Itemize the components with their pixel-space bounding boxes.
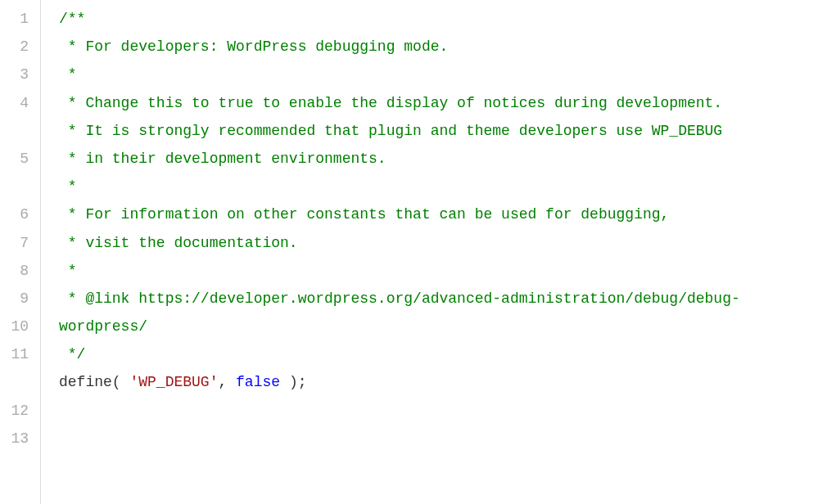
comment-text: * Change this to true to enable the disp… [59, 95, 722, 111]
code-line: * [59, 173, 818, 200]
line-number: 2 [0, 33, 40, 61]
comment-text: * It is strongly recommended that plugin… [59, 123, 722, 139]
line-number: 12 [0, 397, 40, 425]
code-line: */ [59, 340, 818, 368]
comment-text: * [59, 66, 77, 83]
line-number: 9 [0, 285, 40, 313]
line-number: 5 [0, 145, 40, 200]
line-number: 13 [0, 425, 40, 452]
comment-text: * For information on other constants tha… [59, 206, 669, 223]
code-line: * For developers: WordPress debugging mo… [59, 33, 818, 61]
punctuation: , [218, 374, 236, 390]
comment-text: * @link https://developer.wordpress.org/… [59, 290, 740, 335]
line-number: 7 [0, 229, 40, 257]
function-name: define [59, 374, 112, 390]
punctuation: ); [280, 374, 306, 390]
comment-text: * For developers: WordPress debugging mo… [59, 38, 448, 55]
line-number: 3 [0, 61, 40, 88]
keyword: false [236, 374, 280, 390]
code-line: * in their development environments. [59, 145, 818, 173]
comment-text: * in their development environments. [59, 151, 386, 167]
code-line: * [59, 61, 818, 88]
line-number: 11 [0, 340, 40, 396]
code-line: define( 'WP_DEBUG', false ); [59, 368, 818, 396]
line-number: 10 [0, 313, 40, 340]
comment-text: */ [59, 346, 85, 362]
code-line: * For information on other constants tha… [59, 200, 818, 228]
comment-text: /** [59, 11, 85, 27]
string-literal: 'WP_DEBUG' [129, 374, 218, 390]
comment-text: * [59, 178, 77, 195]
line-number: 1 [0, 5, 40, 33]
comment-text: * [59, 263, 77, 279]
code-line: /** [59, 5, 818, 33]
code-line: * It is strongly recommended that plugin… [59, 117, 818, 145]
line-number-gutter: 1 2 3 4 5 6 7 8 9 10 11 12 13 [0, 0, 41, 504]
code-line: * visit the documentation. [59, 229, 818, 257]
line-number: 8 [0, 257, 40, 285]
line-number: 6 [0, 200, 40, 228]
comment-text: * visit the documentation. [59, 235, 298, 251]
code-line: * [59, 257, 818, 285]
code-line: * Change this to true to enable the disp… [59, 89, 818, 117]
line-number: 4 [0, 89, 40, 145]
punctuation: ( [112, 374, 130, 390]
code-editor[interactable]: /** * For developers: WordPress debuggin… [41, 0, 818, 504]
code-line: * @link https://developer.wordpress.org/… [59, 285, 818, 340]
